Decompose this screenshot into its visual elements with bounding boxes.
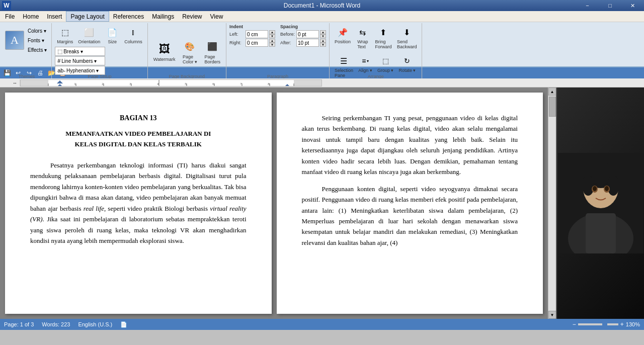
page-background-group: 🖼 Watermark 🎨 PageColor ▾ ⬛ PageBorders …: [148, 23, 226, 80]
spacing-after-down[interactable]: ▼: [320, 43, 326, 47]
orientation-button[interactable]: ⬜ Orientation: [76, 24, 102, 45]
indent-section: Indent Left: ▲ ▼ Right:: [229, 24, 275, 47]
page1-body: Pesatnya perkembangan teknologi informas…: [30, 160, 247, 246]
page2-body: Seiring perkembangan TI yang pesat, peng…: [302, 113, 518, 248]
watermark-button[interactable]: 🖼 Watermark: [151, 40, 178, 63]
spacing-section: Spacing Before: ▲ ▼ After:: [280, 24, 326, 47]
menu-mailings[interactable]: Mailings: [148, 11, 178, 22]
menu-insert[interactable]: Insert: [43, 11, 66, 22]
arrange-group: 📌 Position ⇆ WrapText ⬆ BringForward ⬇ S…: [330, 23, 423, 80]
line-numbers-button[interactable]: # Line Numbers ▾: [55, 56, 105, 65]
size-button[interactable]: 📄 Size: [103, 24, 121, 45]
send-backward-button[interactable]: ⬇ SendBackward: [395, 24, 419, 50]
layout-icon[interactable]: 📄: [120, 321, 127, 328]
close-button[interactable]: ✕: [621, 0, 644, 11]
indent-right-up[interactable]: ▲: [269, 39, 275, 43]
svg-text:4: 4: [157, 82, 159, 86]
svg-text:1: 1: [74, 82, 76, 86]
columns-button[interactable]: ⫿ Columns: [122, 24, 144, 45]
themes-icon: A: [5, 31, 24, 50]
svg-text:3: 3: [129, 82, 131, 86]
page1-paragraph1: Pesatnya perkembangan teknologi informas…: [30, 160, 247, 246]
ruler-bar: 1 2 3 4 5 6 7 8: [20, 79, 322, 87]
page-1: BAGIAN 13 MEMANFAATKAN VIDEO PEMBELAJARA…: [5, 93, 272, 314]
spacing-after-up[interactable]: ▲: [320, 39, 326, 43]
svg-rect-2: [294, 80, 322, 87]
effects-button[interactable]: Effects ▾: [26, 45, 48, 54]
scroll-thumb[interactable]: [549, 97, 556, 117]
title-text: Document1 - Microsoft Word: [284, 2, 361, 9]
page-info: Page: 1 of 3: [4, 321, 34, 328]
main-area: BAGIAN 13 MEMANFAATKAN VIDEO PEMBELAJARA…: [0, 88, 644, 319]
menu-bar: File Home Insert Page Layout References …: [0, 11, 644, 22]
page-color-button[interactable]: 🎨 PageColor ▾: [180, 38, 200, 66]
indent-right-input[interactable]: [246, 39, 268, 47]
menu-references[interactable]: References: [109, 11, 148, 22]
wrap-text-button[interactable]: ⇆ WrapText: [354, 24, 372, 50]
webcam-display: [557, 88, 644, 319]
margins-button[interactable]: ⬚ Margins: [55, 24, 75, 45]
status-bar: Page: 1 of 3 Words: 223 English (U.S.) 📄…: [0, 319, 644, 330]
webcam-panel: [556, 88, 644, 319]
word-icon: W: [2, 1, 11, 10]
svg-text:2: 2: [102, 82, 104, 86]
word-count: Words: 223: [42, 321, 70, 328]
scroll-up-button[interactable]: ▲: [548, 88, 556, 96]
bring-forward-button[interactable]: ⬆ BringForward: [373, 24, 394, 50]
title-bar: W Document1 - Microsoft Word − □ ✕: [0, 0, 644, 11]
zoom-slider[interactable]: [578, 323, 618, 325]
svg-rect-0: [21, 80, 322, 87]
maximize-button[interactable]: □: [599, 0, 621, 11]
fonts-button[interactable]: Fonts ▾: [26, 36, 48, 45]
svg-point-30: [607, 176, 619, 196]
page2-paragraph2: Penggunaan konten digital, seperti video…: [302, 184, 518, 248]
menu-file[interactable]: File: [1, 11, 19, 22]
scroll-down-button[interactable]: ▼: [548, 311, 556, 319]
page-setup-group: ⬚ Margins ⬜ Orientation 📄 Size ⫿ Columns: [52, 23, 148, 80]
svg-rect-1: [21, 80, 48, 87]
ribbon: A Colors ▾ Fonts ▾ Effects ▾ Themes ⬚ Ma…: [0, 22, 644, 67]
svg-text:5: 5: [185, 82, 187, 86]
language: English (U.S.): [78, 321, 112, 328]
svg-text:8: 8: [268, 82, 270, 86]
svg-text:7: 7: [240, 82, 242, 86]
indent-right-down[interactable]: ▼: [269, 43, 275, 47]
svg-point-29: [582, 176, 594, 196]
themes-sub-buttons: Colors ▾ Fonts ▾ Effects ▾: [26, 26, 48, 54]
status-left: Page: 1 of 3 Words: 223 English (U.S.) 📄: [4, 321, 127, 328]
window-controls: − □ ✕: [576, 0, 644, 11]
real-life-text: real life: [84, 205, 104, 212]
spacing-before-up[interactable]: ▲: [320, 30, 326, 34]
menu-review[interactable]: Review: [178, 11, 206, 22]
indent-left-down[interactable]: ▼: [269, 34, 275, 38]
zoom-thumb[interactable]: [602, 321, 607, 327]
svg-point-34: [605, 186, 609, 191]
page-borders-button[interactable]: ⬛ PageBorders: [202, 38, 223, 66]
indent-left-input[interactable]: [246, 30, 268, 38]
spacing-before-input[interactable]: [296, 30, 319, 38]
menu-home[interactable]: Home: [19, 11, 43, 22]
indent-left-up[interactable]: ▲: [269, 30, 275, 34]
ruler: ↔ 1 2 3: [0, 78, 644, 88]
spacing-after-input[interactable]: [296, 39, 319, 47]
breaks-button[interactable]: ⬚ Breaks ▾: [55, 47, 105, 56]
chapter-title: BAGIAN 13: [30, 113, 247, 124]
menu-view[interactable]: View: [206, 11, 227, 22]
spacing-before-down[interactable]: ▼: [320, 34, 326, 38]
document-area: BAGIAN 13 MEMANFAATKAN VIDEO PEMBELAJARA…: [0, 88, 548, 319]
svg-rect-27: [586, 213, 616, 253]
zoom-level[interactable]: 130%: [626, 321, 640, 327]
page-2: Seiring perkembangan TI yang pesat, peng…: [277, 93, 543, 314]
zoom-slider-container: − + 130%: [573, 321, 640, 328]
status-right: − + 130%: [573, 321, 640, 328]
svg-text:6: 6: [212, 82, 214, 86]
colors-button[interactable]: Colors ▾: [26, 26, 48, 35]
position-button[interactable]: 📌 Position: [333, 24, 353, 45]
paragraph-group: Indent Left: ▲ ▼ Right:: [226, 23, 330, 80]
zoom-out-icon[interactable]: −: [573, 321, 576, 328]
page-title: MEMANFAATKAN VIDEO PEMBELAJARAN DI KELAS…: [30, 129, 247, 150]
themes-group: A Colors ▾ Fonts ▾ Effects ▾ Themes: [2, 23, 52, 80]
zoom-in-icon[interactable]: +: [620, 321, 624, 328]
menu-page-layout[interactable]: Page Layout: [66, 11, 109, 22]
minimize-button[interactable]: −: [576, 0, 599, 11]
